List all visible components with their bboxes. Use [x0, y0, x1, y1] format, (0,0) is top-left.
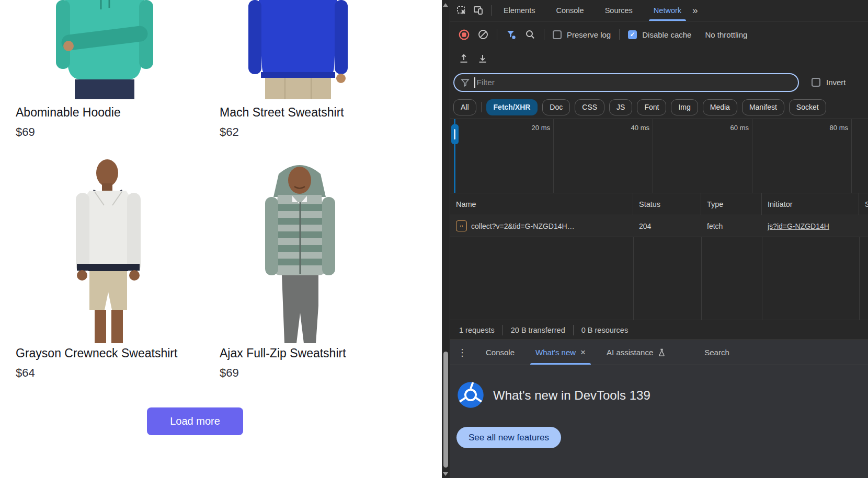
summary-separator	[573, 325, 574, 335]
tab-console[interactable]: Console	[547, 0, 592, 21]
network-overview-timeline[interactable]: 20 ms 40 ms 60 ms 80 ms	[450, 119, 868, 193]
scroll-down-arrow-icon[interactable]	[443, 472, 448, 476]
chip-doc[interactable]: Doc	[542, 99, 570, 115]
invert-checkbox[interactable]	[812, 78, 820, 87]
transferred-size: 20 B transferred	[511, 326, 565, 334]
chip-css[interactable]: CSS	[575, 99, 604, 115]
invert-label[interactable]: Invert	[826, 78, 846, 87]
product-price: $69	[16, 125, 35, 139]
whats-new-heading: What's new in DevTools 139	[493, 388, 650, 403]
drawer-tab-label: AI assistance	[607, 348, 653, 357]
summary-separator	[502, 325, 503, 335]
drawer-tab-search[interactable]: Search	[694, 340, 740, 365]
gridline	[851, 119, 852, 193]
product-name[interactable]: Ajax Full-Zip Sweatshirt	[220, 346, 346, 360]
flask-icon	[658, 348, 666, 357]
overview-drag-handle[interactable]	[451, 124, 459, 144]
active-drawer-tab-underline	[530, 363, 591, 365]
disable-cache-checkbox[interactable]: ✓	[628, 30, 637, 39]
see-all-new-features-button[interactable]: See all new features	[456, 427, 561, 448]
preserve-log-checkbox[interactable]	[553, 30, 562, 39]
initiator-link[interactable]: js?id=G-NZGD14H	[768, 222, 829, 230]
filter-input[interactable]: Filter	[453, 73, 799, 92]
network-summary-bar: 1 requests 20 B transferred 0 B resource…	[450, 320, 868, 340]
product-name[interactable]: Abominable Hoodie	[16, 106, 121, 120]
timeline-tick: 40 ms	[617, 124, 649, 132]
throttling-dropdown[interactable]: No throttling	[705, 30, 747, 39]
product-image-mach-street-sweatshirt[interactable]	[238, 0, 358, 99]
chip-separator	[481, 102, 482, 112]
requests-count: 1 requests	[459, 326, 495, 334]
product-name[interactable]: Mach Street Sweatshirt	[220, 106, 344, 120]
drawer-tab-label: Search	[704, 348, 729, 357]
drawer-tab-ai-assistance[interactable]: AI assistance	[596, 340, 676, 365]
requests-table-header: Name Status Type Initiator Size	[450, 193, 868, 215]
preserve-log-label[interactable]: Preserve log	[567, 30, 611, 39]
text-cursor	[474, 77, 475, 88]
column-header-initiator[interactable]: Initiator	[762, 193, 859, 215]
drawer-tab-label: Console	[486, 348, 515, 357]
tab-label: Console	[556, 6, 584, 15]
devtools-panel: Elements Console Sources Network »	[450, 0, 868, 478]
disable-cache-label[interactable]: Disable cache	[642, 30, 691, 39]
chip-img[interactable]: Img	[671, 99, 698, 115]
tab-label: Elements	[504, 6, 535, 15]
product-image-grayson-crewneck-sweatshirt[interactable]	[44, 155, 173, 343]
drawer-tab-console[interactable]: Console	[475, 340, 525, 365]
page-scrollbar[interactable]	[442, 0, 450, 478]
chip-manifest[interactable]: Manifest	[742, 99, 784, 115]
filter-icon[interactable]	[506, 29, 517, 40]
load-more-button[interactable]: Load more	[147, 407, 243, 435]
record-network-log-icon[interactable]	[459, 29, 470, 40]
table-row[interactable]: ‹› collect?v=2&tid=G-NZGD14H… 204 fetch …	[450, 215, 868, 237]
gridline	[553, 119, 554, 193]
chip-all[interactable]: All	[453, 99, 476, 115]
chip-fetch-xhr[interactable]: Fetch/XHR	[486, 99, 538, 115]
fetch-request-icon: ‹›	[456, 220, 467, 231]
network-toolbar: Preserve log ✓ Disable cache No throttli…	[450, 21, 868, 48]
toolbar-separator	[619, 29, 620, 40]
scrollbar-thumb[interactable]	[443, 352, 448, 468]
requests-table-body: ‹› collect?v=2&tid=G-NZGD14H… 204 fetch …	[450, 215, 868, 320]
toolbar-separator	[544, 29, 544, 40]
tab-sources[interactable]: Sources	[596, 0, 642, 21]
import-har-icon[interactable]	[459, 53, 469, 64]
column-header-status[interactable]: Status	[633, 193, 701, 215]
chrome-logo-icon	[456, 381, 485, 409]
timeline-tick: 60 ms	[716, 124, 749, 132]
tab-elements[interactable]: Elements	[495, 0, 544, 21]
column-header-type[interactable]: Type	[701, 193, 762, 215]
product-name[interactable]: Grayson Crewneck Sweatshirt	[16, 346, 177, 360]
column-header-size[interactable]: Size	[859, 193, 868, 215]
chip-socket[interactable]: Socket	[789, 99, 826, 115]
close-tab-icon[interactable]: ×	[580, 347, 586, 358]
gridline	[752, 119, 752, 193]
har-actions-row	[450, 48, 868, 69]
filter-placeholder: Filter	[477, 78, 495, 87]
product-image-ajax-full-zip-sweatshirt[interactable]	[238, 155, 361, 343]
export-har-icon[interactable]	[477, 53, 488, 64]
devtools-main-tabbar: Elements Console Sources Network »	[450, 0, 868, 21]
product-image-abominable-hoodie[interactable]	[34, 0, 175, 99]
drawer-menu-icon[interactable]: ⋮	[458, 348, 467, 357]
screen: Abominable Hoodie $69 Mach Street Sweats…	[0, 0, 868, 478]
chip-font[interactable]: Font	[637, 99, 666, 115]
chip-js[interactable]: JS	[609, 99, 632, 115]
gridline	[653, 119, 653, 193]
request-type-filter-bar: All Fetch/XHR Doc CSS JS Font Img Media …	[450, 96, 868, 119]
inspect-element-icon[interactable]	[456, 5, 467, 16]
column-header-name[interactable]: Name	[450, 193, 633, 215]
storefront-page: Abominable Hoodie $69 Mach Street Sweats…	[0, 0, 442, 478]
more-tabs-icon[interactable]: »	[692, 5, 698, 16]
clear-network-log-icon[interactable]	[478, 29, 488, 40]
product-price: $62	[220, 125, 239, 139]
filter-funnel-icon	[461, 78, 470, 87]
drawer-tab-whats-new[interactable]: What's new ×	[525, 340, 596, 365]
tab-network[interactable]: Network	[645, 0, 690, 21]
device-toolbar-icon[interactable]	[473, 5, 484, 16]
search-icon[interactable]	[525, 29, 535, 40]
chip-media[interactable]: Media	[703, 99, 737, 115]
scroll-up-arrow-icon[interactable]	[443, 3, 448, 7]
product-price: $69	[220, 366, 239, 380]
request-name[interactable]: collect?v=2&tid=G-NZGD14H…	[471, 222, 575, 230]
